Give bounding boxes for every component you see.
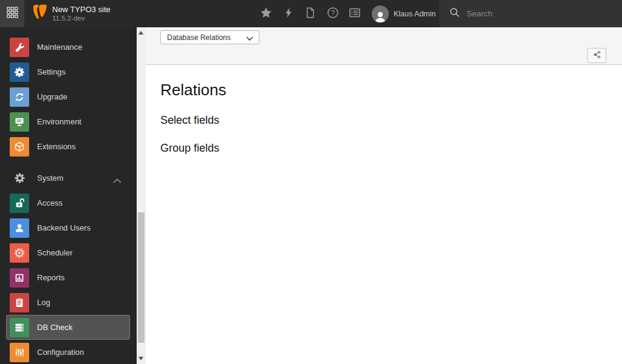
sidebar-item-label: Scheduler: [37, 248, 73, 257]
system-information-button[interactable]: [348, 7, 361, 21]
scrollbar-thumb[interactable]: [138, 212, 145, 343]
module-content: Database Relations: [146, 27, 622, 364]
sidebar-item-label: Upgrade: [37, 92, 67, 101]
sidebar-item-label: Settings: [37, 67, 66, 76]
star-icon: [260, 7, 272, 21]
modules-grid-button[interactable]: [0, 0, 24, 27]
user-icon: [10, 218, 29, 238]
sidebar-item-label: Access: [37, 198, 63, 207]
sidebar-item-label: Configuration: [37, 348, 84, 357]
sidebar-item-reports[interactable]: Reports: [0, 265, 137, 290]
username: Klaus Admin: [394, 10, 436, 18]
chevron-down-icon: [246, 32, 253, 43]
gear-icon: [10, 62, 29, 82]
sidebar-item-label: Reports: [37, 273, 65, 282]
sidebar-item-label: Maintenance: [37, 42, 82, 52]
bar-chart-icon: [10, 268, 29, 288]
scrollbar-up-arrow-icon[interactable]: [138, 31, 143, 35]
sidebar-item-environment[interactable]: Environment: [0, 109, 137, 134]
sidebar-item-label: Environment: [37, 117, 81, 126]
play-circle-icon: [10, 243, 29, 263]
help-icon: ?: [327, 7, 339, 21]
bookmarks-button[interactable]: [259, 7, 273, 21]
cube-icon: [10, 137, 29, 157]
wrench-icon: [10, 38, 29, 57]
search-input[interactable]: [466, 9, 600, 18]
clipboard-icon: [10, 293, 29, 312]
topbar-toolbar: ?: [259, 0, 361, 27]
avatar: [372, 5, 389, 22]
system-gear-icon: [10, 172, 29, 184]
user-menu[interactable]: Klaus Admin: [372, 0, 436, 27]
section-heading-select-fields: Select fields: [160, 113, 607, 127]
sidebar-scrollbar[interactable]: [137, 27, 146, 364]
docheader: Database Relations: [146, 27, 622, 65]
page-title: Relations: [160, 81, 607, 99]
sidebar-section-system[interactable]: System: [0, 166, 137, 190]
clear-cache-button[interactable]: [282, 7, 295, 21]
sidebar-item-label: DB Check: [37, 323, 73, 332]
share-icon: [593, 50, 601, 61]
topbar: New TYPO3 site 11.5.2-dev: [0, 0, 622, 27]
sidebar-item-log[interactable]: Log: [0, 290, 137, 315]
modules-grid-icon: [7, 7, 18, 21]
help-button[interactable]: ?: [326, 7, 340, 21]
section-heading-group-fields: Group fields: [160, 141, 607, 155]
content-area: Relations Select fields Group fields: [146, 65, 622, 155]
chevron-up-icon: [113, 175, 121, 186]
sidebar-item-settings[interactable]: Settings: [0, 59, 137, 84]
sidebar-item-scheduler[interactable]: Scheduler: [0, 240, 137, 265]
select-value: Database Relations: [167, 33, 231, 42]
sliders-icon: [10, 343, 29, 362]
typo3-backend: New TYPO3 site 11.5.2-dev: [0, 0, 622, 364]
monitor-icon: [10, 112, 29, 132]
sidebar-item-maintenance[interactable]: Maintenance: [0, 35, 137, 59]
padlock-open-icon: [10, 194, 29, 213]
sidebar-item-upgrade[interactable]: Upgrade: [0, 84, 137, 109]
section-gap: [0, 159, 137, 166]
sidebar-item-backend-users[interactable]: Backend Users: [0, 215, 137, 240]
sidebar-item-access[interactable]: Access: [0, 190, 137, 215]
sidebar-item-db-check[interactable]: DB Check: [6, 315, 130, 340]
list-icon: [349, 7, 361, 21]
sidebar-item-label: Backend Users: [37, 223, 91, 232]
typo3-logo-icon: [33, 4, 47, 23]
bolt-icon: [283, 7, 294, 21]
sidebar-item-label: Log: [37, 298, 50, 307]
sidebar-item-label: Extensions: [37, 142, 76, 151]
open-documents-button[interactable]: [304, 7, 317, 21]
site-version: 11.5.2-dev: [52, 15, 111, 22]
section-label: System: [37, 174, 63, 183]
search-icon: [449, 7, 460, 20]
module-function-select[interactable]: Database Relations: [160, 30, 259, 44]
module-menu: Maintenance Settings: [0, 27, 137, 364]
refresh-icon: [10, 87, 29, 107]
share-button[interactable]: [587, 48, 606, 63]
toolbar-search: [439, 0, 622, 27]
site-title: New TYPO3 site: [52, 5, 111, 15]
database-icon: [10, 318, 29, 337]
document-icon: [305, 7, 316, 21]
brand[interactable]: New TYPO3 site 11.5.2-dev: [33, 0, 111, 27]
sidebar-item-configuration[interactable]: Configuration: [0, 340, 137, 364]
scrollbar-down-arrow-icon[interactable]: [138, 357, 143, 360]
sidebar-item-extensions[interactable]: Extensions: [0, 134, 137, 159]
svg-text:?: ?: [330, 9, 334, 16]
